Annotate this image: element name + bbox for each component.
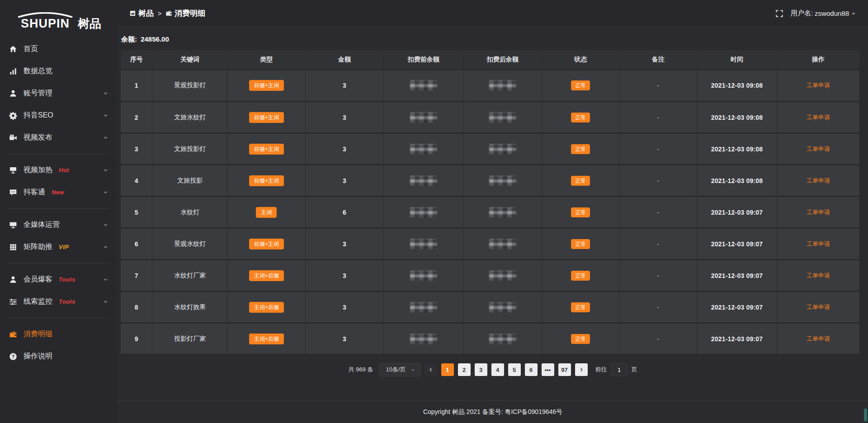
cell-balance-before — [384, 102, 464, 133]
cell-index: 9 — [121, 323, 152, 355]
sidebar-item[interactable]: 线索监控Tools — [0, 291, 118, 313]
fullscreen-icon[interactable] — [775, 9, 783, 18]
work-order-link[interactable]: 工单申请 — [807, 146, 830, 152]
chat-icon — [9, 188, 17, 197]
type-badge: 主词 — [256, 207, 277, 218]
cell-time: 2021-12-03 09:08 — [697, 165, 777, 197]
work-order-link[interactable]: 工单申请 — [807, 209, 830, 216]
page-jump-input[interactable] — [611, 363, 628, 376]
cell-amount: 6 — [305, 197, 383, 228]
cell-status: 正常 — [542, 323, 619, 355]
sidebar-item[interactable]: 账号管理 — [0, 82, 118, 104]
balance-value: 24856.00 — [141, 35, 169, 43]
work-order-link[interactable]: 工单申请 — [807, 240, 830, 247]
user-menu[interactable]: 用户名: zswodun88 — [791, 9, 856, 18]
type-badge: 主词+后缀 — [249, 302, 284, 313]
cell-index: 5 — [121, 197, 152, 228]
work-order-link[interactable]: 工单申请 — [807, 114, 830, 121]
logo-latin: SHUPIN — [16, 12, 74, 30]
work-order-link[interactable]: 工单申请 — [807, 177, 830, 184]
cell-amount: 3 — [305, 102, 383, 133]
breadcrumb-label: 树品 — [138, 8, 154, 19]
page-button[interactable]: 4 — [491, 363, 504, 376]
sidebar-nav: 首页数据总览账号管理抖音SEO视频发布视频加热Hot抖客通New全媒体运营矩阵助… — [0, 38, 118, 367]
sidebar-item[interactable]: 视频发布 — [0, 127, 118, 149]
sidebar-item-label: 账号管理 — [24, 89, 52, 98]
cell-time: 2021-12-03 09:07 — [697, 228, 777, 260]
sidebar-divider — [8, 263, 109, 263]
breadcrumb-current[interactable]: 消费明细 — [165, 8, 205, 19]
cell-balance-after — [463, 260, 542, 291]
sidebar-item-badge: New — [52, 189, 64, 196]
page-button[interactable]: 2 — [458, 363, 471, 376]
sidebar-item[interactable]: 抖音SEO — [0, 104, 118, 127]
cell-remark: - — [619, 102, 697, 133]
cell-balance-after — [463, 228, 542, 260]
table-body: 1景观投影灯前缀+主词3正常-2021-12-03 09:08工单申请2文旅水纹… — [121, 70, 860, 355]
next-page-button[interactable] — [575, 363, 588, 376]
table-row: 3文旅投影灯前缀+主词3正常-2021-12-03 09:08工单申请 — [121, 133, 860, 165]
cell-balance-before — [384, 70, 464, 102]
masked-value — [410, 176, 437, 186]
page-button[interactable]: 6 — [525, 363, 538, 376]
sidebar-item[interactable]: 数据总览 — [0, 60, 118, 82]
main-area: 树品 > 消费明细 用户名: zswodun88 — [118, 0, 868, 423]
chevron-down-icon — [103, 299, 108, 305]
cell-keyword: 水纹灯效果 — [152, 291, 228, 323]
breadcrumb-home[interactable]: 树品 — [129, 8, 154, 19]
app-logo[interactable]: SHUPIN 树品 — [0, 4, 118, 30]
page-button[interactable]: 97 — [558, 363, 571, 376]
sidebar-item-label: 全媒体运营 — [24, 220, 60, 230]
masked-value — [489, 144, 516, 154]
sidebar-item[interactable]: 矩阵助推VIP — [0, 236, 118, 258]
work-order-link[interactable]: 工单申请 — [807, 304, 830, 310]
chevron-down-icon — [410, 367, 415, 372]
cell-index: 8 — [121, 291, 152, 323]
sidebar-item-badge: Tools — [59, 298, 75, 305]
sidebar-item[interactable]: ?操作说明 — [0, 345, 118, 367]
page-button[interactable]: 3 — [475, 363, 487, 376]
page-button[interactable]: 5 — [508, 363, 521, 376]
content-spacer — [118, 381, 868, 400]
work-order-link[interactable]: 工单申请 — [807, 82, 830, 89]
breadcrumb-separator: > — [158, 10, 161, 17]
prev-page-button[interactable] — [425, 363, 437, 376]
masked-value — [489, 113, 516, 122]
page-button[interactable]: 1 — [441, 363, 454, 376]
masked-value — [489, 334, 516, 344]
sidebar-item-label: 会员爆客 — [24, 275, 52, 284]
cell-type: 前缀+主词 — [228, 133, 306, 165]
cell-balance-before — [384, 323, 464, 355]
consumption-table: 序号关键词类型金额扣费前余额扣费后余额状态备注时间操作 1景观投影灯前缀+主词3… — [120, 50, 860, 355]
sidebar-item[interactable]: 会员爆客Tools — [0, 268, 118, 291]
masked-value — [410, 239, 437, 249]
sidebar-item[interactable]: 全媒体运营 — [0, 214, 118, 236]
wallet-icon — [9, 330, 17, 338]
masked-value — [489, 207, 516, 217]
chevron-down-icon — [103, 113, 108, 118]
sidebar-item[interactable]: 视频加热Hot — [0, 159, 118, 181]
cell-amount: 3 — [305, 165, 383, 197]
ellipsis-button[interactable]: ••• — [542, 363, 554, 376]
cell-time: 2021-12-03 09:07 — [697, 323, 777, 355]
chevron-down-icon — [103, 135, 108, 141]
sidebar-item[interactable]: 首页 — [0, 38, 118, 60]
chevron-down-icon — [103, 189, 108, 195]
work-order-link[interactable]: 工单申请 — [807, 272, 830, 279]
cell-balance-before — [384, 165, 464, 197]
scrollbar-thumb[interactable] — [864, 409, 867, 421]
sidebar-divider — [8, 154, 109, 154]
cell-balance-before — [384, 291, 464, 323]
sidebar-item[interactable]: 消费明细 — [0, 323, 118, 345]
chart-square-icon — [129, 10, 136, 17]
page-size-select[interactable]: 10条/页 — [379, 363, 420, 376]
page-jump: 前往页 — [595, 363, 637, 376]
sidebar-item[interactable]: 抖客通New — [0, 181, 118, 203]
work-order-link[interactable]: 工单申请 — [807, 335, 830, 342]
cell-remark: - — [619, 197, 697, 228]
chevron-down-icon — [103, 222, 108, 228]
cell-time: 2021-12-03 09:08 — [697, 102, 777, 133]
masked-value — [489, 302, 516, 312]
cell-keyword: 景观水纹灯 — [152, 228, 228, 260]
masked-value — [489, 176, 516, 186]
